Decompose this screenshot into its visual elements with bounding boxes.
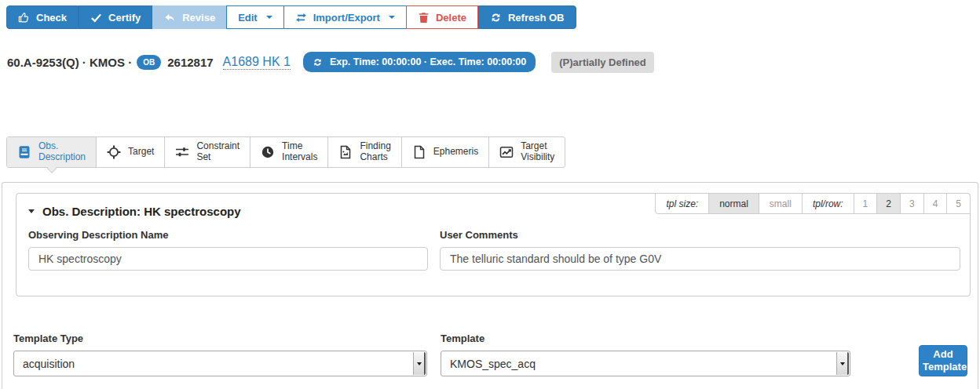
reply-icon: [164, 12, 176, 24]
tab-target-visibility[interactable]: Target Visibility: [489, 137, 565, 167]
active-tab-notch: [46, 163, 57, 173]
template-type-label: Template Type: [13, 333, 427, 344]
template-type-select[interactable]: acquisition: [13, 351, 427, 376]
tpl-row-1-button[interactable]: 1: [854, 194, 877, 213]
user-comments-input[interactable]: [440, 247, 960, 271]
tpl-size-normal-button[interactable]: normal: [708, 194, 759, 213]
add-template-section: Template Type acquisition Template KMOS_…: [2, 333, 978, 376]
user-comments-label: User Comments: [440, 229, 960, 241]
revise-button[interactable]: Revise: [152, 5, 227, 29]
crosshair-icon: [107, 145, 121, 159]
od-name-label: Observing Description Name: [28, 229, 428, 241]
program-id: 60.A-9253(Q) · KMOS ·: [7, 56, 132, 69]
certify-button[interactable]: Certify: [79, 5, 152, 29]
add-template-button[interactable]: Add Template: [919, 345, 967, 377]
ob-status-badge: (P)artially Defined: [551, 52, 654, 73]
tpl-row-4-button[interactable]: 4: [923, 194, 947, 213]
ob-type-badge: OB: [137, 55, 161, 70]
thumbs-up-icon: [18, 12, 30, 24]
tpl-size-small-button[interactable]: small: [759, 194, 802, 213]
tab-target[interactable]: Target: [97, 137, 165, 167]
tpl-row-3-button[interactable]: 3: [900, 194, 923, 213]
tab-ephemeris[interactable]: Ephemeris: [402, 137, 489, 167]
exchange-icon: [295, 12, 307, 24]
tab-time-intervals[interactable]: Time Intervals: [250, 137, 328, 167]
file-image-icon: [338, 145, 353, 159]
ob-name-link[interactable]: A1689 HK 1: [223, 55, 291, 70]
refresh-icon: [313, 57, 323, 67]
template-label: Template: [441, 333, 850, 344]
caret-down-icon: [266, 16, 272, 19]
tab-constraint-set[interactable]: Constraint Set: [165, 137, 250, 167]
collapse-caret-icon[interactable]: [28, 209, 35, 213]
execution-time-badge[interactable]: Exp. Time: 00:00:00 · Exec. Time: 00:00:…: [303, 52, 536, 72]
tpl-row-5-button[interactable]: 5: [946, 194, 970, 213]
ob-info-row: 60.A-9253(Q) · KMOS · OB 2612817 A1689 H…: [7, 50, 654, 74]
obs-description-title: Obs. Description: HK spectroscopy: [42, 205, 241, 218]
refresh-icon: [490, 12, 502, 24]
check-button[interactable]: Check: [6, 5, 79, 29]
check-icon: [90, 12, 102, 24]
book-icon: [17, 145, 31, 159]
ob-toolbar: Check Certify Revise Edit Import/Export …: [6, 5, 576, 29]
time-info-text: Exp. Time: 00:00:00 · Exec. Time: 00:00:…: [330, 56, 526, 67]
delete-button[interactable]: Delete: [406, 5, 478, 29]
template-value: KMOS_spec_acq: [450, 358, 536, 370]
select-arrow-icon: [836, 352, 849, 375]
sliders-icon: [175, 145, 189, 159]
caret-down-icon: [389, 16, 395, 19]
ob-tabbar: Obs. Description Target Constraint Set T…: [6, 136, 565, 168]
tpl-row-label: tpl/row:: [802, 194, 854, 213]
tpl-display-controls: tpl size: normal small tpl/row: 1 2 3 4 …: [655, 193, 971, 214]
tab-obs-description[interactable]: Obs. Description: [7, 137, 97, 167]
od-name-input[interactable]: [28, 247, 428, 271]
trash-icon: [418, 12, 430, 24]
tab-finding-charts[interactable]: Finding Charts: [328, 137, 401, 167]
file-icon: [412, 145, 426, 159]
edit-menu-button[interactable]: Edit: [226, 5, 284, 29]
obs-description-card: Obs. Description: HK spectroscopy tpl si…: [16, 193, 971, 296]
template-select[interactable]: KMOS_spec_acq: [441, 351, 850, 376]
template-type-value: acquisition: [23, 358, 75, 370]
chart-line-icon: [499, 145, 514, 159]
tpl-row-2-button[interactable]: 2: [876, 194, 900, 213]
obs-description-fields: Observing Description Name User Comments: [16, 229, 970, 271]
import-export-menu-button[interactable]: Import/Export: [283, 5, 407, 29]
tpl-size-label: tpl size:: [656, 194, 708, 213]
select-arrow-icon: [413, 352, 426, 375]
obs-description-panel: Obs. Description: HK spectroscopy tpl si…: [2, 182, 978, 389]
clock-icon: [261, 145, 275, 159]
refresh-ob-button[interactable]: Refresh OB: [478, 5, 576, 29]
ob-number: 2612817: [167, 56, 213, 69]
